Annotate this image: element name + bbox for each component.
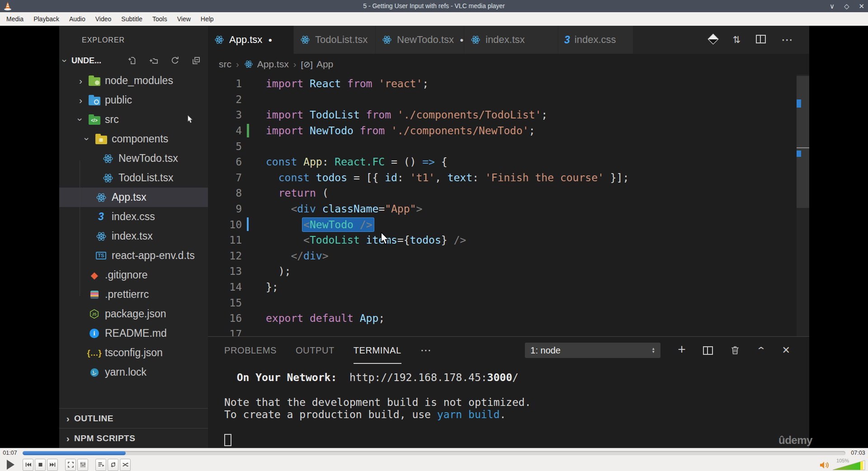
code-text: <div className="App"> bbox=[266, 203, 422, 215]
tab-newtodo-tsx[interactable]: NewTodo.tsx● bbox=[376, 26, 464, 54]
menu-help[interactable]: Help bbox=[196, 15, 219, 23]
tree-item-index-css[interactable]: 3index.css bbox=[59, 207, 208, 226]
section-outline[interactable]: ›OUTLINE bbox=[59, 408, 208, 428]
minimize-button[interactable]: ∨ bbox=[830, 3, 835, 9]
gutter bbox=[242, 138, 266, 154]
tree-item-newtodo-tsx[interactable]: NewTodo.tsx bbox=[59, 149, 208, 168]
tree-item-readme-md[interactable]: iREADME.md bbox=[59, 324, 208, 343]
previous-button[interactable] bbox=[23, 459, 33, 471]
editor-tabbar: App.tsx●TodoList.tsxNewTodo.tsx●index.ts… bbox=[208, 26, 809, 54]
tree-item-react-app-env-d-ts[interactable]: TSreact-app-env.d.ts bbox=[59, 246, 208, 265]
react-icon bbox=[94, 192, 108, 203]
scrollbar-thumb[interactable] bbox=[797, 76, 809, 208]
fullscreen-button[interactable] bbox=[65, 459, 76, 471]
terminal-output[interactable]: On Your Network: http://192.168.178.45:3… bbox=[208, 364, 809, 446]
next-button[interactable] bbox=[47, 459, 58, 471]
menu-playback[interactable]: Playback bbox=[28, 15, 64, 23]
window-title: 5 - Getting User Input with refs - VLC m… bbox=[0, 0, 868, 12]
tree-item-label: .prettierrc bbox=[105, 288, 149, 301]
menu-audio[interactable]: Audio bbox=[64, 15, 90, 23]
tab-index-tsx[interactable]: index.tsx bbox=[464, 26, 558, 54]
panel-more-icon[interactable]: ⋯ bbox=[420, 337, 431, 364]
tree-item-node-modules[interactable]: ›node_modules bbox=[59, 71, 208, 90]
maximize-button[interactable]: ◇ bbox=[844, 3, 849, 9]
random-button[interactable] bbox=[120, 459, 131, 471]
new-terminal-icon[interactable]: + bbox=[678, 344, 686, 356]
tree-item-package-json[interactable]: JSpackage.json bbox=[59, 304, 208, 324]
tree-item-public[interactable]: ›public bbox=[59, 90, 208, 110]
gutter bbox=[242, 92, 266, 108]
more-actions-icon[interactable]: ⋯ bbox=[781, 34, 793, 46]
code-line-11: 11 <TodoList items={todos} /> bbox=[208, 232, 809, 248]
breadcrumb-item-app-tsx[interactable]: App.tsx bbox=[244, 59, 289, 70]
ts-icon: TS bbox=[94, 252, 108, 259]
explorer-section-header[interactable]: › UNDE... bbox=[59, 50, 208, 71]
menubar: MediaPlaybackAudioVideoSubtitleToolsView… bbox=[0, 12, 868, 26]
menu-tools[interactable]: Tools bbox=[147, 15, 172, 23]
line-number: 3 bbox=[208, 109, 242, 121]
extended-settings-button[interactable] bbox=[77, 459, 88, 471]
tree-item-src[interactable]: ›</>src bbox=[59, 110, 208, 129]
menu-media[interactable]: Media bbox=[1, 15, 28, 23]
code-text: return ( bbox=[266, 187, 329, 199]
gutter bbox=[242, 107, 266, 123]
tree-item-todolist-tsx[interactable]: TodoList.tsx bbox=[59, 168, 208, 188]
chevron-right-icon: › bbox=[236, 59, 239, 70]
editor-scrollbar[interactable] bbox=[797, 75, 809, 336]
maximize-panel-icon[interactable]: ⌃ bbox=[757, 345, 765, 356]
terminal-line bbox=[224, 433, 809, 446]
code-line-3: 3import TodoList from './components/Todo… bbox=[208, 107, 809, 123]
code-editor[interactable]: 1import React from 'react';23import Todo… bbox=[208, 75, 809, 336]
new-file-icon[interactable] bbox=[127, 56, 137, 65]
tree-item-index-tsx[interactable]: index.tsx bbox=[59, 226, 208, 246]
collapse-all-icon[interactable] bbox=[192, 56, 201, 65]
close-panel-icon[interactable]: ✕ bbox=[782, 344, 790, 356]
code-line-2: 2 bbox=[208, 92, 809, 108]
video-frame[interactable]: EXPLORER › UNDE... ›node_modules›public›… bbox=[0, 26, 868, 448]
volume-slider[interactable] bbox=[833, 460, 865, 470]
seek-bar[interactable] bbox=[23, 451, 845, 455]
split-terminal-icon[interactable] bbox=[703, 346, 713, 355]
speaker-icon[interactable] bbox=[819, 461, 830, 470]
tree-item-components[interactable]: ›⊞components bbox=[59, 129, 208, 149]
compare-changes-icon[interactable]: ⇅ bbox=[732, 35, 741, 45]
section-npm-scripts[interactable]: ›NPM SCRIPTS bbox=[59, 428, 208, 448]
tree-item-yarn-lock[interactable]: yarn.lock bbox=[59, 363, 208, 382]
kill-terminal-icon[interactable] bbox=[730, 345, 740, 355]
playlist-button[interactable] bbox=[95, 459, 106, 471]
breadcrumb-item-app[interactable]: [⊘]App bbox=[301, 59, 333, 70]
tab-index-css[interactable]: 3index.css bbox=[558, 26, 633, 54]
menu-video[interactable]: Video bbox=[90, 15, 117, 23]
tree-item--prettierrc[interactable]: .prettierrc bbox=[59, 285, 208, 304]
breadcrumb-item-src[interactable]: src bbox=[219, 59, 231, 70]
close-button[interactable]: ✕ bbox=[859, 3, 864, 9]
play-button[interactable] bbox=[4, 459, 17, 471]
modified-gutter-mark bbox=[247, 124, 249, 137]
tree-item-label: index.tsx bbox=[112, 230, 153, 242]
refresh-icon[interactable] bbox=[170, 56, 179, 65]
menu-subtitle[interactable]: Subtitle bbox=[116, 15, 147, 23]
line-number: 1 bbox=[208, 78, 242, 89]
tree-item-app-tsx[interactable]: App.tsx bbox=[59, 188, 208, 207]
terminal-panel: PROBLEMSOUTPUTTERMINAL⋯1: node▲▼+⌃✕ On Y… bbox=[208, 336, 809, 448]
terminal-line: To create a production build, use yarn b… bbox=[224, 409, 809, 421]
tree-item--gitignore[interactable]: ◆.gitignore bbox=[59, 265, 208, 285]
panel-tab-terminal[interactable]: TERMINAL bbox=[354, 337, 401, 364]
panel-tab-output[interactable]: OUTPUT bbox=[296, 337, 335, 364]
loop-button[interactable] bbox=[108, 459, 118, 471]
new-folder-icon[interactable] bbox=[149, 56, 158, 65]
stop-button[interactable] bbox=[35, 459, 46, 471]
tree-item-tsconfig-json[interactable]: {…}tsconfig.json bbox=[59, 343, 208, 363]
panel-tab-problems[interactable]: PROBLEMS bbox=[224, 337, 277, 364]
prettier-icon[interactable] bbox=[709, 35, 717, 45]
tab-todolist-tsx[interactable]: TodoList.tsx bbox=[294, 26, 376, 54]
split-editor-icon[interactable] bbox=[756, 35, 766, 45]
line-number: 9 bbox=[208, 203, 242, 215]
section-label: OUTLINE bbox=[74, 414, 113, 424]
transport-group bbox=[95, 459, 132, 471]
tab-label: index.tsx bbox=[486, 34, 525, 46]
terminal-select[interactable]: 1: node▲▼ bbox=[525, 343, 660, 358]
tab-app-tsx[interactable]: App.tsx● bbox=[208, 26, 294, 54]
tab-label: index.css bbox=[575, 34, 616, 46]
menu-view[interactable]: View bbox=[172, 15, 196, 23]
